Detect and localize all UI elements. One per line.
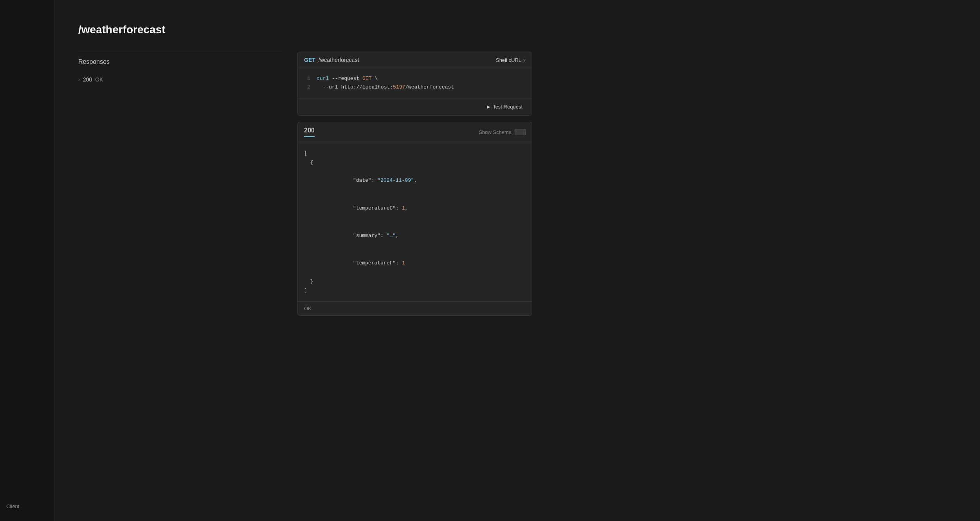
get-keyword: GET xyxy=(362,76,371,81)
response-code: 200 xyxy=(83,76,92,83)
line-number-2: 2 xyxy=(304,83,310,92)
json-line-summary: "summary": "…", xyxy=(304,222,526,249)
response-status-text: OK xyxy=(304,306,312,311)
json-line-bracket-open: [ xyxy=(304,148,526,157)
left-panel: Responses › 200 OK xyxy=(78,52,282,86)
language-selector[interactable]: Shell cURL ∨ xyxy=(496,57,526,63)
code-line-1: 1 curl --request GET \ xyxy=(304,74,526,83)
line-number-1: 1 xyxy=(304,74,310,83)
content-area: Responses › 200 OK GET /weatherforecast xyxy=(78,52,957,316)
response-card: 200 Show Schema [ { "date": "2024-11-09"… xyxy=(297,122,532,316)
json-line-bracket-close: ] xyxy=(304,286,526,295)
page-title: /weatherforecast xyxy=(78,24,957,36)
right-panel: GET /weatherforecast Shell cURL ∨ 1 curl… xyxy=(297,52,532,316)
schema-toggle[interactable]: Show Schema xyxy=(479,129,526,135)
response-card-footer: OK xyxy=(298,301,532,315)
curl-command: curl xyxy=(317,76,329,81)
code-content-2: --url http://localhost:5197/weatherforec… xyxy=(317,83,454,92)
responses-title: Responses xyxy=(78,58,282,65)
response-status: OK xyxy=(95,76,103,83)
request-footer: ▶ Test Request xyxy=(298,98,532,115)
url-base: http://localhost: xyxy=(341,84,393,90)
sidebar: Client xyxy=(0,0,55,521)
sidebar-client-item[interactable]: Client xyxy=(0,499,54,513)
json-line-date: "date": "2024-11-09", xyxy=(304,167,526,194)
show-schema-label: Show Schema xyxy=(479,129,512,135)
flag-url: --url xyxy=(317,84,341,90)
json-block: [ { "date": "2024-11-09", "temperatureC"… xyxy=(298,142,532,301)
url-path: /weatherforecast xyxy=(405,84,454,90)
flag-request: --request xyxy=(332,76,362,81)
language-selector-label: Shell cURL xyxy=(496,57,521,63)
request-header: GET /weatherforecast Shell cURL ∨ xyxy=(298,52,532,68)
request-method-url: GET /weatherforecast xyxy=(304,57,359,63)
json-line-obj-open: { xyxy=(304,158,526,167)
responses-section: Responses › 200 OK xyxy=(78,52,282,86)
toggle-checkbox[interactable] xyxy=(515,129,526,135)
response-item[interactable]: › 200 OK xyxy=(78,73,282,86)
code-block: 1 curl --request GET \ 2 --url http:/ xyxy=(298,68,532,98)
method-badge: GET xyxy=(304,57,315,63)
code-line-2: 2 --url http://localhost:5197/weatherfor… xyxy=(304,83,526,92)
json-line-tempf: "temperatureF": 1 xyxy=(304,249,526,277)
json-line-tempc: "temperatureC": 1, xyxy=(304,194,526,222)
test-request-label: Test Request xyxy=(493,104,522,110)
request-url: /weatherforecast xyxy=(319,57,359,63)
response-card-header: 200 Show Schema xyxy=(298,122,532,142)
play-icon: ▶ xyxy=(487,105,490,109)
chevron-right-icon: › xyxy=(78,77,80,82)
chevron-down-icon: ∨ xyxy=(523,58,526,62)
main-content: /weatherforecast Responses › 200 OK GET … xyxy=(55,0,980,521)
backslash: \ xyxy=(375,76,378,81)
request-card: GET /weatherforecast Shell cURL ∨ 1 curl… xyxy=(297,52,532,116)
test-request-button[interactable]: ▶ Test Request xyxy=(484,102,526,111)
json-line-obj-close: } xyxy=(304,277,526,286)
status-code: 200 xyxy=(304,127,315,137)
code-content-1: curl --request GET \ xyxy=(317,74,378,83)
port-number: 5197 xyxy=(393,84,405,90)
